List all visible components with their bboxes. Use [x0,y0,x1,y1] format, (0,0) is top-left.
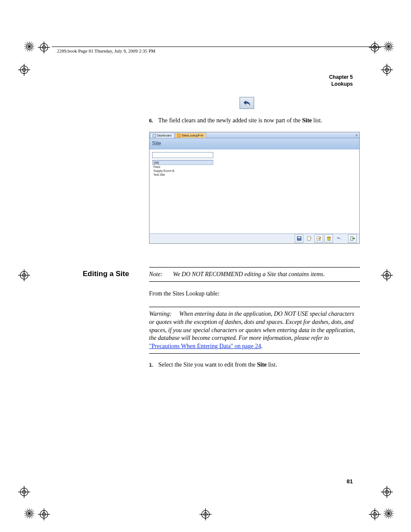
site-filter-input[interactable] [152,152,213,158]
step-number: 1. [149,362,157,369]
crop-mark-icon [381,486,393,498]
list-item[interactable]: Test Site [152,173,213,177]
crop-mark-icon [381,269,393,281]
crop-mark-icon [18,486,30,498]
list-item[interactable]: Supply Room B [152,169,213,173]
svg-rect-14 [298,237,300,238]
registration-burst-icon [24,508,34,519]
panel-title: Site [149,138,359,149]
crop-mark-icon [18,64,30,76]
tab-dashboard[interactable]: Dashboard [150,133,174,138]
warning-block: Warning:When entering data in the applic… [149,310,360,351]
edit-button[interactable] [314,234,323,243]
crop-mark-icon [369,508,381,520]
warning-link[interactable]: "Precautions When Entering Data" on page… [149,343,261,349]
crop-mark-icon [381,64,393,76]
running-header: 2289.book Page 81 Thursday, July 9, 2009… [57,48,156,53]
note-block: Note: We DO NOT RECOMMEND editing a Site… [149,271,360,279]
step-1: 1. Select the Site you want to edit from… [149,361,360,369]
rule [149,307,360,308]
header-rule [52,47,385,47]
note-label: Note: [149,271,171,279]
warning-text: When entering data in the application, D… [149,311,355,350]
chapter-heading: Chapter 5 Lookups [329,74,353,87]
window-toolbar [149,233,359,243]
site-list: [All] Paris Supply Room B Test Site [152,160,213,177]
chapter-title: Lookups [329,81,353,88]
step-number: 6. [149,118,157,124]
undo-arrow-icon [243,100,251,106]
warning-label: Warning: [149,310,179,318]
step-text: Select the Site you want to edit from th… [159,361,277,368]
tab-icon [177,134,181,137]
rule [149,281,360,282]
step-6: 6. The field clears and the newly added … [149,117,360,125]
crop-mark-icon [38,41,50,53]
chapter-number: Chapter 5 [329,74,353,81]
crop-mark-icon [369,41,381,53]
svg-rect-18 [327,237,330,238]
delete-button[interactable] [324,234,333,243]
section-heading: Editing a Site [83,270,129,278]
exit-button[interactable] [348,234,357,243]
svg-rect-15 [307,236,310,240]
list-item[interactable]: [All] [152,160,213,165]
registration-burst-icon [24,41,34,52]
rule [149,267,360,268]
crop-mark-icon [199,508,212,520]
tab-close-button[interactable]: x [356,133,358,137]
list-item[interactable]: Paris [152,165,213,169]
undo-button[interactable] [334,234,343,243]
registration-burst-icon [383,508,394,519]
intro-text: From the Sites Lookup table: [149,290,360,298]
new-button[interactable] [305,234,313,243]
rule [149,353,360,354]
crop-mark-icon [38,508,50,520]
note-text: We DO NOT RECOMMEND editing a Site that … [173,271,325,277]
tab-icon [153,134,156,137]
save-button[interactable] [295,234,303,243]
undo-button[interactable] [240,97,254,109]
crop-mark-icon [18,269,30,281]
page-number: 81 [347,478,353,485]
tab-sites-lookup[interactable]: SitesLookupFrm [175,133,206,138]
window-tab-bar: Dashboard SitesLookupFrm x [149,132,359,138]
step-text: The field clears and the newly added sit… [158,117,322,124]
sites-lookup-window: Dashboard SitesLookupFrm x Site [All] Pa… [149,132,360,244]
